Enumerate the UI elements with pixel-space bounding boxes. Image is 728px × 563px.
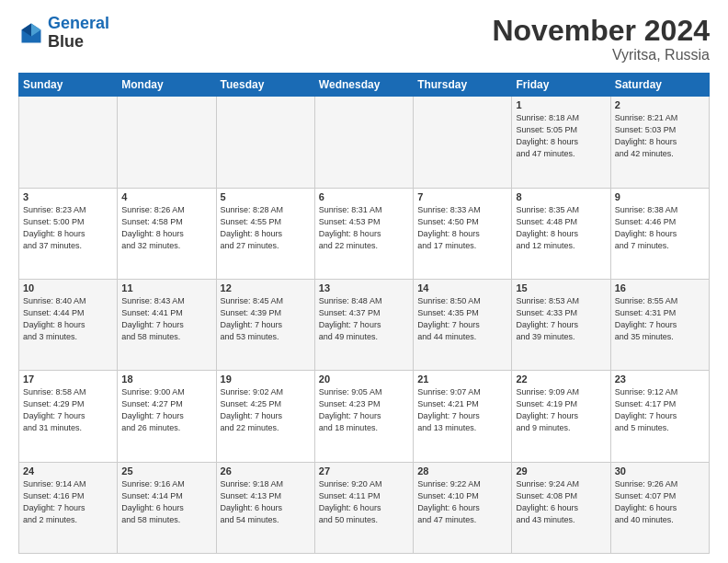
cell-week3-day3: 13Sunrise: 8:48 AM Sunset: 4:37 PM Dayli… bbox=[314, 279, 413, 370]
calendar-subtitle: Vyritsa, Russia bbox=[492, 47, 710, 63]
cell-week4-day1: 18Sunrise: 9:00 AM Sunset: 4:27 PM Dayli… bbox=[118, 371, 216, 462]
day-number: 30 bbox=[615, 465, 705, 477]
day-number: 4 bbox=[121, 191, 211, 202]
day-info: Sunrise: 8:38 AM Sunset: 4:46 PM Dayligh… bbox=[615, 204, 705, 252]
weekday-header-row: SundayMondayTuesdayWednesdayThursdayFrid… bbox=[19, 74, 710, 97]
cell-week3-day5: 15Sunrise: 8:53 AM Sunset: 4:33 PM Dayli… bbox=[512, 279, 610, 370]
cell-week4-day5: 22Sunrise: 9:09 AM Sunset: 4:19 PM Dayli… bbox=[512, 371, 610, 462]
day-info: Sunrise: 9:12 AM Sunset: 4:17 PM Dayligh… bbox=[615, 386, 705, 434]
cell-week2-day6: 9Sunrise: 8:38 AM Sunset: 4:46 PM Daylig… bbox=[610, 188, 709, 279]
calendar-table: SundayMondayTuesdayWednesdayThursdayFrid… bbox=[18, 73, 710, 554]
week-row-4: 17Sunrise: 8:58 AM Sunset: 4:29 PM Dayli… bbox=[19, 371, 710, 462]
cell-week4-day6: 23Sunrise: 9:12 AM Sunset: 4:17 PM Dayli… bbox=[610, 371, 709, 462]
cell-week1-day3 bbox=[314, 97, 413, 188]
cell-week1-day5: 1Sunrise: 8:18 AM Sunset: 5:05 PM Daylig… bbox=[512, 97, 610, 188]
day-info: Sunrise: 8:48 AM Sunset: 4:37 PM Dayligh… bbox=[319, 295, 409, 343]
cell-week2-day2: 5Sunrise: 8:28 AM Sunset: 4:55 PM Daylig… bbox=[216, 188, 314, 279]
day-info: Sunrise: 9:14 AM Sunset: 4:16 PM Dayligh… bbox=[23, 478, 113, 526]
day-number: 26 bbox=[221, 465, 311, 477]
day-info: Sunrise: 8:18 AM Sunset: 5:05 PM Dayligh… bbox=[516, 112, 606, 160]
cell-week5-day2: 26Sunrise: 9:18 AM Sunset: 4:13 PM Dayli… bbox=[216, 462, 314, 553]
cell-week3-day6: 16Sunrise: 8:55 AM Sunset: 4:31 PM Dayli… bbox=[610, 279, 709, 370]
day-number: 1 bbox=[516, 99, 606, 110]
logo-line2: Blue bbox=[48, 33, 109, 52]
day-number: 7 bbox=[417, 191, 507, 202]
day-number: 21 bbox=[417, 373, 507, 385]
day-number: 18 bbox=[121, 373, 211, 385]
day-number: 22 bbox=[516, 373, 606, 385]
weekday-saturday: Saturday bbox=[610, 74, 709, 97]
day-number: 17 bbox=[23, 373, 113, 385]
day-info: Sunrise: 9:20 AM Sunset: 4:11 PM Dayligh… bbox=[319, 478, 409, 526]
page: General Blue November 2024 Vyritsa, Russ… bbox=[0, 0, 728, 563]
cell-week2-day4: 7Sunrise: 8:33 AM Sunset: 4:50 PM Daylig… bbox=[414, 188, 512, 279]
logo-line1: General bbox=[48, 14, 109, 32]
day-info: Sunrise: 8:28 AM Sunset: 4:55 PM Dayligh… bbox=[221, 204, 311, 252]
cell-week1-day4 bbox=[414, 97, 512, 188]
day-number: 24 bbox=[23, 465, 113, 477]
logo: General Blue bbox=[18, 15, 109, 52]
cell-week1-day0 bbox=[19, 97, 118, 188]
day-number: 23 bbox=[615, 373, 705, 385]
day-number: 8 bbox=[516, 191, 606, 202]
weekday-friday: Friday bbox=[512, 74, 610, 97]
day-info: Sunrise: 8:45 AM Sunset: 4:39 PM Dayligh… bbox=[221, 295, 311, 343]
day-info: Sunrise: 8:53 AM Sunset: 4:33 PM Dayligh… bbox=[516, 295, 606, 343]
day-number: 20 bbox=[319, 373, 409, 385]
day-number: 14 bbox=[417, 282, 507, 293]
day-number: 28 bbox=[417, 465, 507, 477]
logo-icon bbox=[18, 20, 44, 46]
day-number: 5 bbox=[221, 191, 311, 202]
day-info: Sunrise: 8:43 AM Sunset: 4:41 PM Dayligh… bbox=[121, 295, 211, 343]
week-row-5: 24Sunrise: 9:14 AM Sunset: 4:16 PM Dayli… bbox=[19, 462, 710, 553]
weekday-thursday: Thursday bbox=[414, 74, 512, 97]
day-number: 19 bbox=[221, 373, 311, 385]
cell-week4-day4: 21Sunrise: 9:07 AM Sunset: 4:21 PM Dayli… bbox=[414, 371, 512, 462]
week-row-1: 1Sunrise: 8:18 AM Sunset: 5:05 PM Daylig… bbox=[19, 97, 710, 188]
cell-week4-day3: 20Sunrise: 9:05 AM Sunset: 4:23 PM Dayli… bbox=[314, 371, 413, 462]
day-info: Sunrise: 9:09 AM Sunset: 4:19 PM Dayligh… bbox=[516, 386, 606, 434]
cell-week1-day6: 2Sunrise: 8:21 AM Sunset: 5:03 PM Daylig… bbox=[610, 97, 709, 188]
cell-week5-day5: 29Sunrise: 9:24 AM Sunset: 4:08 PM Dayli… bbox=[512, 462, 610, 553]
day-number: 29 bbox=[516, 465, 606, 477]
day-number: 27 bbox=[319, 465, 409, 477]
cell-week3-day1: 11Sunrise: 8:43 AM Sunset: 4:41 PM Dayli… bbox=[118, 279, 216, 370]
day-number: 3 bbox=[23, 191, 113, 202]
cell-week3-day4: 14Sunrise: 8:50 AM Sunset: 4:35 PM Dayli… bbox=[414, 279, 512, 370]
day-info: Sunrise: 8:40 AM Sunset: 4:44 PM Dayligh… bbox=[23, 295, 113, 343]
day-info: Sunrise: 8:23 AM Sunset: 5:00 PM Dayligh… bbox=[23, 204, 113, 252]
cell-week4-day0: 17Sunrise: 8:58 AM Sunset: 4:29 PM Dayli… bbox=[19, 371, 118, 462]
day-info: Sunrise: 8:55 AM Sunset: 4:31 PM Dayligh… bbox=[615, 295, 705, 343]
weekday-monday: Monday bbox=[118, 74, 216, 97]
day-info: Sunrise: 9:22 AM Sunset: 4:10 PM Dayligh… bbox=[417, 478, 507, 526]
day-info: Sunrise: 8:21 AM Sunset: 5:03 PM Dayligh… bbox=[615, 112, 705, 160]
day-info: Sunrise: 8:58 AM Sunset: 4:29 PM Dayligh… bbox=[23, 386, 113, 434]
logo-text: General Blue bbox=[48, 15, 109, 52]
day-number: 13 bbox=[319, 282, 409, 293]
cell-week2-day1: 4Sunrise: 8:26 AM Sunset: 4:58 PM Daylig… bbox=[118, 188, 216, 279]
cell-week2-day0: 3Sunrise: 8:23 AM Sunset: 5:00 PM Daylig… bbox=[19, 188, 118, 279]
day-info: Sunrise: 8:35 AM Sunset: 4:48 PM Dayligh… bbox=[516, 204, 606, 252]
cell-week3-day2: 12Sunrise: 8:45 AM Sunset: 4:39 PM Dayli… bbox=[216, 279, 314, 370]
cell-week4-day2: 19Sunrise: 9:02 AM Sunset: 4:25 PM Dayli… bbox=[216, 371, 314, 462]
day-number: 9 bbox=[615, 191, 705, 202]
day-number: 11 bbox=[121, 282, 211, 293]
day-info: Sunrise: 9:00 AM Sunset: 4:27 PM Dayligh… bbox=[121, 386, 211, 434]
day-number: 15 bbox=[516, 282, 606, 293]
day-number: 6 bbox=[319, 191, 409, 202]
weekday-sunday: Sunday bbox=[19, 74, 118, 97]
day-info: Sunrise: 8:26 AM Sunset: 4:58 PM Dayligh… bbox=[121, 204, 211, 252]
day-info: Sunrise: 9:18 AM Sunset: 4:13 PM Dayligh… bbox=[221, 478, 311, 526]
cell-week3-day0: 10Sunrise: 8:40 AM Sunset: 4:44 PM Dayli… bbox=[19, 279, 118, 370]
day-info: Sunrise: 8:50 AM Sunset: 4:35 PM Dayligh… bbox=[417, 295, 507, 343]
day-info: Sunrise: 9:05 AM Sunset: 4:23 PM Dayligh… bbox=[319, 386, 409, 434]
day-number: 2 bbox=[615, 99, 705, 110]
title-block: November 2024 Vyritsa, Russia bbox=[492, 15, 710, 63]
day-info: Sunrise: 9:16 AM Sunset: 4:14 PM Dayligh… bbox=[121, 478, 211, 526]
week-row-3: 10Sunrise: 8:40 AM Sunset: 4:44 PM Dayli… bbox=[19, 279, 710, 370]
cell-week2-day5: 8Sunrise: 8:35 AM Sunset: 4:48 PM Daylig… bbox=[512, 188, 610, 279]
header: General Blue November 2024 Vyritsa, Russ… bbox=[18, 15, 710, 63]
day-number: 12 bbox=[221, 282, 311, 293]
day-number: 25 bbox=[121, 465, 211, 477]
cell-week1-day2 bbox=[216, 97, 314, 188]
